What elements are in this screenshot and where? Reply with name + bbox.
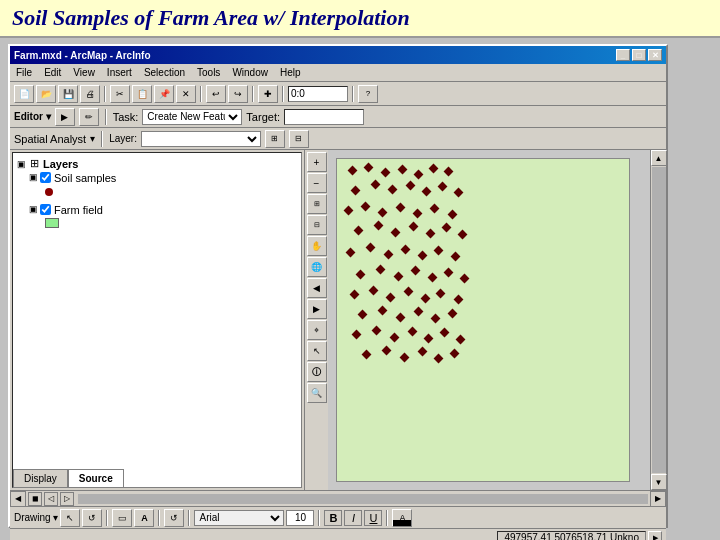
editor-play-button[interactable]: ▶ (55, 108, 75, 126)
italic-button[interactable]: I (344, 510, 362, 526)
fixed-zoom-out-button[interactable]: ⊟ (307, 215, 327, 235)
editor-pencil-button[interactable]: ✏ (79, 108, 99, 126)
toc-item-farm-field: ▣ Farm field (17, 204, 297, 216)
target-input[interactable] (284, 109, 364, 125)
tab-display[interactable]: Display (13, 469, 68, 487)
farm-field-expand[interactable]: ▣ (29, 204, 38, 214)
bottom-tabs: Display Source (13, 465, 301, 487)
sample-dot (404, 287, 414, 297)
drawing-rect-btn[interactable]: ▭ (112, 509, 132, 527)
bold-button[interactable]: B (324, 510, 342, 526)
add-data-button[interactable]: ✚ (258, 85, 278, 103)
select-features-button[interactable]: ⌖ (307, 320, 327, 340)
print-button[interactable]: 🖨 (80, 85, 100, 103)
layer-btn-2[interactable]: ⊟ (289, 130, 309, 148)
sample-dot (458, 230, 468, 240)
map-canvas-area: ▲ ▼ (328, 150, 666, 490)
redo-button[interactable]: ↪ (228, 85, 248, 103)
menu-tools[interactable]: Tools (195, 67, 222, 78)
pan-button[interactable]: ✋ (307, 236, 327, 256)
layer-btn-1[interactable]: ⊞ (265, 130, 285, 148)
menu-edit[interactable]: Edit (42, 67, 63, 78)
paste-button[interactable]: 📌 (154, 85, 174, 103)
drawing-label[interactable]: Drawing ▾ (14, 512, 58, 523)
menu-selection[interactable]: Selection (142, 67, 187, 78)
drawing-text-btn[interactable]: A (134, 509, 154, 527)
cut-button[interactable]: ✂ (110, 85, 130, 103)
forward-extent-button[interactable]: ▶ (307, 299, 327, 319)
status-scroll-btn[interactable]: ▶ (648, 531, 662, 541)
pointer-button[interactable]: ↖ (307, 341, 327, 361)
scale-input[interactable] (288, 86, 348, 102)
map-nav-btn1[interactable]: ◼ (28, 492, 42, 506)
farm-field-checkbox[interactable] (40, 204, 51, 215)
menu-file[interactable]: File (14, 67, 34, 78)
tab-source[interactable]: Source (68, 469, 124, 487)
v-scrollbar[interactable]: ▲ ▼ (650, 150, 666, 490)
toc-collapse-icon[interactable]: ▣ (17, 159, 26, 169)
undo-button[interactable]: ↩ (206, 85, 226, 103)
open-button[interactable]: 📂 (36, 85, 56, 103)
drawing-sep4 (318, 510, 320, 526)
close-button[interactable]: ✕ (648, 49, 662, 61)
globe-button[interactable]: 🌐 (307, 257, 327, 277)
new-button[interactable]: 📄 (14, 85, 34, 103)
editor-label[interactable]: Editor ▾ (14, 111, 51, 122)
soil-samples-checkbox[interactable] (40, 172, 51, 183)
font-size-input[interactable] (286, 510, 314, 526)
sample-dot (450, 349, 460, 359)
underline-button[interactable]: U (364, 510, 382, 526)
scroll-right-button[interactable]: ▶ (650, 491, 666, 507)
h-scroll-controls: ◼ ◁ ▷ (26, 492, 76, 506)
sample-dot (382, 346, 392, 356)
menu-view[interactable]: View (71, 67, 97, 78)
target-label: Target: (246, 111, 280, 123)
zoom-out-button[interactable]: − (307, 173, 327, 193)
spatial-dropdown-arrow[interactable]: ▾ (90, 133, 95, 144)
font-select[interactable]: Arial (194, 510, 284, 526)
toolbar-sep-1 (104, 86, 106, 102)
layer-dropdown[interactable] (141, 131, 261, 147)
identify-button[interactable]: ⓘ (307, 362, 327, 382)
h-scroll-track[interactable] (78, 494, 648, 504)
toc-panel: ▣ ⊞ Layers ▣ Soil samples ▣ Farm (12, 152, 302, 488)
save-button[interactable]: 💾 (58, 85, 78, 103)
map-nav-btn3[interactable]: ▷ (60, 492, 74, 506)
magnifier-button[interactable]: 🔍 (307, 383, 327, 403)
soil-samples-expand[interactable]: ▣ (29, 172, 38, 182)
map-viewport (336, 158, 630, 482)
minimize-button[interactable]: _ (616, 49, 630, 61)
font-color-button[interactable]: A (392, 509, 412, 527)
copy-button[interactable]: 📋 (132, 85, 152, 103)
sample-dot (364, 163, 374, 173)
sample-dot (434, 354, 444, 364)
maximize-button[interactable]: □ (632, 49, 646, 61)
tips-button[interactable]: ? (358, 85, 378, 103)
back-extent-button[interactable]: ◀ (307, 278, 327, 298)
spatial-sep (101, 131, 103, 147)
scroll-up-button[interactable]: ▲ (651, 150, 667, 166)
sample-dot (406, 181, 416, 191)
drawing-arrow-btn[interactable]: ↺ (164, 509, 184, 527)
sample-dot (408, 327, 418, 337)
scroll-down-button[interactable]: ▼ (651, 474, 667, 490)
sample-dot (413, 209, 423, 219)
status-bar: 497957.41 5076518.71 Unkno ▶ (10, 528, 666, 540)
zoom-in-button[interactable]: + (307, 152, 327, 172)
map-canvas[interactable] (328, 150, 650, 490)
menu-insert[interactable]: Insert (105, 67, 134, 78)
sample-dot (351, 186, 361, 196)
delete-button[interactable]: ✕ (176, 85, 196, 103)
map-nav-btn2[interactable]: ◁ (44, 492, 58, 506)
scroll-left-button[interactable]: ◀ (10, 491, 26, 507)
drawing-pointer-btn[interactable]: ↖ (60, 509, 80, 527)
layer-label: Layer: (109, 133, 137, 144)
sample-dot (396, 313, 406, 323)
menu-window[interactable]: Window (230, 67, 270, 78)
fixed-zoom-in-button[interactable]: ⊞ (307, 194, 327, 214)
menu-help[interactable]: Help (278, 67, 303, 78)
drawing-rotate-btn[interactable]: ↺ (82, 509, 102, 527)
task-dropdown[interactable]: Create New Feature (142, 109, 242, 125)
sample-dot (386, 293, 396, 303)
scroll-track-v[interactable] (652, 167, 666, 473)
